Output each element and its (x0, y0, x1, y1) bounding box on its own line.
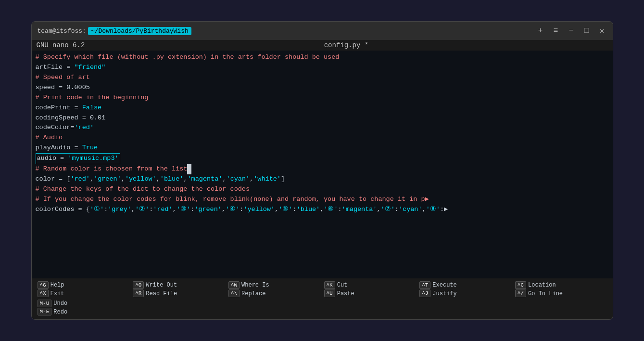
titlebar: team@itsfoss:~/Downloads/PyBirthdayWish … (32, 22, 613, 40)
shortcut-paste-label: Paste (337, 290, 354, 298)
key-ctrl-k: ^K (324, 281, 335, 289)
shortcut-labels-cut: Cut Paste (337, 281, 354, 298)
add-tab-button[interactable]: + (536, 26, 545, 35)
shortcut-readfile-label: Read File (146, 290, 177, 298)
code-line: codePrint = False (36, 103, 609, 113)
shortcut-cut-paste: ^K ^U Cut Paste (322, 280, 418, 299)
key-ctrl-g: ^G (38, 281, 49, 289)
shortcut-help-exit: ^G ^X Help Exit (36, 280, 131, 299)
key-ctrl-r: ^R (133, 289, 144, 297)
code-line: colorCodes = {'①':'grey','②':'red','③':'… (36, 205, 609, 215)
key-m-u: M-U (38, 300, 52, 307)
maximize-button[interactable]: □ (582, 26, 592, 35)
code-line: # Random color is choosen from the list (36, 164, 609, 174)
shortcut-keys-help: ^G ^X (38, 281, 49, 297)
nano-version: GNU nano 6.2 (37, 41, 85, 49)
titlebar-controls: + ≡ − □ ✕ (536, 26, 607, 36)
shortcut-help-label: Help (51, 281, 64, 289)
shortcut-keys-write: ^O ^R (133, 281, 144, 297)
titlebar-prefix: team@itsfoss: (38, 27, 86, 35)
highlighted-code-line: audio = 'mymusic.mp3' (36, 153, 609, 164)
shortcut-undo-label: Undo (53, 300, 67, 308)
key-ctrl-slash: ^/ (515, 289, 526, 297)
code-line: # Audio (36, 133, 609, 143)
shortcut-justify-label: Justify (432, 290, 456, 298)
key-ctrl-x: ^X (38, 289, 49, 297)
code-line: speed = 0.0005 (36, 83, 609, 93)
nano-header: GNU nano 6.2 config.py * (32, 40, 613, 51)
code-line: codeColor='red' (36, 123, 609, 133)
shortcut-labels-undo: Undo Redo (53, 300, 67, 316)
titlebar-title: team@itsfoss:~/Downloads/PyBirthdayWish (38, 27, 191, 35)
shortcut-labels-location: Location Go To Line (528, 281, 563, 298)
key-m-e: M-E (38, 308, 52, 315)
code-line: playAudio = True (36, 143, 609, 153)
shortcut-cut-label: Cut (337, 281, 354, 289)
key-ctrl-u: ^U (324, 289, 335, 297)
code-line: # Specify which file (without .py extens… (36, 52, 609, 63)
shortcut-whereis-label: Where Is (241, 281, 269, 289)
shortcuts-bar: ^G ^X Help Exit ^O ^R Write Out Read Fil… (32, 278, 613, 319)
shortcut-keys-cut: ^K ^U (324, 281, 335, 297)
shortcut-execute-justify: ^T ^J Execute Justify (417, 280, 513, 299)
menu-button[interactable]: ≡ (551, 26, 561, 35)
code-line: color = ['red','green','yellow','blue','… (36, 174, 609, 184)
key-ctrl-backslash: ^\ (228, 289, 240, 297)
code-line: # Change the keys of the dict to change … (36, 184, 609, 195)
shortcut-labels-help: Help Exit (51, 281, 64, 298)
shortcut-labels-whereis: Where Is Replace (241, 281, 269, 298)
key-ctrl-j: ^J (419, 289, 430, 297)
key-ctrl-c: ^C (515, 281, 526, 289)
shortcut-location-label: Location (528, 281, 563, 289)
minimize-button[interactable]: − (567, 26, 576, 35)
shortcut-labels-write: Write Out Read File (146, 281, 177, 298)
shortcut-execute-label: Execute (432, 281, 456, 289)
shortcut-gotoline-label: Go To Line (528, 290, 563, 298)
shortcut-whereis-replace: ^W ^\ Where Is Replace (227, 280, 322, 299)
code-line: codingSpeed = 0.01 (36, 113, 609, 123)
close-button[interactable]: ✕ (597, 26, 607, 36)
editor-area[interactable]: # Specify which file (without .py extens… (32, 51, 613, 249)
shortcut-writeout-label: Write Out (146, 281, 177, 289)
shortcut-exit-label: Exit (51, 290, 64, 298)
code-line: # If you change the color codes for blin… (36, 195, 609, 205)
key-ctrl-o: ^O (133, 281, 144, 289)
nano-filename: config.py * (324, 41, 368, 49)
shortcut-keys-execute: ^T ^J (419, 281, 430, 297)
shortcut-replace-label: Replace (241, 290, 269, 298)
shortcut-location-goto: ^C ^/ Location Go To Line (513, 280, 609, 299)
shortcut-keys-whereis: ^W ^\ (228, 281, 240, 297)
shortcut-write-read: ^O ^R Write Out Read File (131, 280, 227, 299)
shortcut-undo-redo: M-U M-E Undo Redo (36, 299, 131, 317)
shortcut-labels-execute: Execute Justify (432, 281, 456, 298)
terminal-window: team@itsfoss:~/Downloads/PyBirthdayWish … (31, 21, 613, 320)
titlebar-path: ~/Downloads/PyBirthdayWish (88, 27, 191, 35)
key-ctrl-w: ^W (228, 281, 240, 289)
key-ctrl-t: ^T (419, 281, 430, 289)
code-line: # Speed of art (36, 73, 609, 83)
shortcut-keys-undo: M-U M-E (38, 300, 52, 315)
empty-area (32, 249, 613, 278)
code-line: artFile = "friend" (36, 63, 609, 73)
code-line: # Print code in the beginning (36, 93, 609, 103)
shortcut-redo-label: Redo (53, 308, 67, 316)
shortcut-keys-location: ^C ^/ (515, 281, 526, 297)
